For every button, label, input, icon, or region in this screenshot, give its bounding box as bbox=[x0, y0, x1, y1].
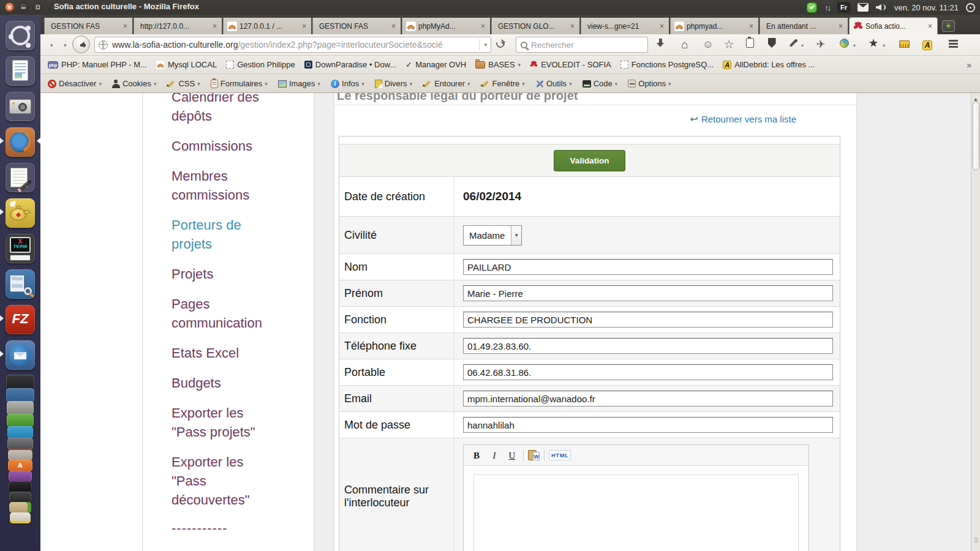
browser-scrollbar[interactable] bbox=[971, 93, 980, 551]
send-plane-addon-button[interactable]: ✈ bbox=[813, 38, 828, 51]
reload-button[interactable] bbox=[495, 38, 508, 51]
launcher-video-search-icon[interactable] bbox=[6, 269, 35, 299]
launcher-stacked-app-icon[interactable] bbox=[9, 502, 31, 513]
launcher-stacked-app-icon[interactable] bbox=[9, 481, 32, 492]
devtoolbar-infos[interactable]: iInfos▾ bbox=[331, 79, 364, 88]
bookmark-alldebrid[interactable]: AAllDebrid: Les offres ... bbox=[723, 60, 815, 69]
tab-gestion-glo[interactable]: GESTION GLO... × bbox=[491, 18, 580, 34]
toolbar-overflow-arrow-icon[interactable]: ▾ bbox=[50, 42, 53, 48]
menu-projets[interactable]: Projets bbox=[172, 264, 273, 283]
back-to-list-link[interactable]: ↩ Retourner vers ma liste bbox=[690, 113, 796, 125]
launcher-stacked-app-icon[interactable] bbox=[7, 401, 34, 415]
devtoolbar-desactiver[interactable]: Désactiver▾ bbox=[48, 79, 102, 88]
addon-spiky-dropdown-icon[interactable]: ▾ bbox=[883, 43, 885, 48]
tab-sofia-active[interactable]: Sofia actio... × bbox=[849, 17, 938, 34]
tab-127-url[interactable]: http://127.0.0... × bbox=[134, 18, 222, 34]
launcher-stacked-app-icon[interactable] bbox=[7, 426, 33, 439]
menu-budgets[interactable]: Budgets bbox=[172, 373, 273, 392]
tab-close-icon[interactable]: × bbox=[569, 22, 576, 31]
editor-italic-button[interactable]: I bbox=[488, 449, 501, 462]
bookmark-manager-ovh[interactable]: ✓Manager OVH bbox=[405, 60, 466, 69]
devtoolbar-css[interactable]: CSS▾ bbox=[167, 79, 200, 88]
toolbar-overflow-arrow-icon[interactable]: ▾ bbox=[64, 42, 67, 48]
launcher-firefox-icon[interactable] bbox=[6, 127, 35, 157]
devtoolbar-entourer[interactable]: Entourer▾ bbox=[423, 79, 470, 88]
bookmark-evoledit-sofia[interactable]: EVOLEDIT - SOFIA bbox=[530, 60, 611, 69]
bookmark-fonctions-postgresql[interactable]: Fonctions PostgreSQ... bbox=[620, 60, 714, 69]
tab-en-attendant[interactable]: En attendant ... × bbox=[760, 18, 848, 34]
validation-button[interactable]: Validation bbox=[554, 150, 626, 171]
fonction-input[interactable] bbox=[463, 312, 833, 328]
bookmark-gestion-philippe[interactable]: Gestion Philippe bbox=[226, 60, 295, 69]
menu-hamburger-button[interactable] bbox=[946, 38, 960, 51]
menu-calendrier-des-depots[interactable]: Calendrier des dépôts bbox=[172, 93, 273, 126]
launcher-stacked-app-icon[interactable] bbox=[7, 414, 34, 427]
menu-exporter-pass-projets[interactable]: Exporter les "Pass projets" bbox=[172, 403, 273, 441]
tab-close-icon[interactable]: × bbox=[390, 22, 397, 31]
tab-close-icon[interactable]: × bbox=[301, 22, 307, 31]
launcher-stacked-app-icon[interactable]: A bbox=[8, 460, 32, 471]
telephone-fixe-input[interactable] bbox=[463, 338, 833, 354]
tab-close-icon[interactable]: × bbox=[927, 22, 933, 31]
launcher-libreoffice-writer-icon[interactable] bbox=[6, 56, 35, 86]
search-box[interactable] bbox=[516, 37, 648, 53]
menu-membres-commissions[interactable]: Membres commissions bbox=[172, 167, 273, 204]
tab-phpmyadmin-local[interactable]: 127.0.0.1 / ... × bbox=[223, 18, 312, 34]
search-input[interactable] bbox=[531, 40, 629, 50]
bookmark-downparadise[interactable]: DownParadise • Dow... bbox=[304, 60, 396, 69]
nom-input[interactable] bbox=[463, 259, 833, 275]
measureit-ruler-button[interactable] bbox=[897, 38, 911, 51]
shield-addon-button[interactable] bbox=[764, 38, 779, 51]
editor-bold-button[interactable]: B bbox=[470, 449, 483, 462]
window-close-button[interactable] bbox=[5, 2, 14, 12]
devtoolbar-fenetre[interactable]: Fenêtre▾ bbox=[481, 79, 525, 88]
tab-close-icon[interactable]: × bbox=[211, 22, 218, 31]
scrollbar-up-arrow-icon[interactable] bbox=[974, 96, 978, 101]
devtoolbar-cookies[interactable]: Cookies▾ bbox=[112, 79, 157, 88]
clock[interactable]: ven. 20 nov. 11:21 bbox=[894, 3, 959, 12]
devtoolbar-formulaires[interactable]: Formulaires▾ bbox=[211, 79, 268, 88]
tab-close-icon[interactable]: × bbox=[122, 22, 129, 31]
feedback-smiley-button[interactable]: ☺ bbox=[701, 38, 715, 51]
launcher-ubuntu-dash-icon[interactable] bbox=[6, 21, 35, 50]
scrollbar-thumb[interactable] bbox=[973, 102, 979, 170]
tab-close-icon[interactable]: × bbox=[837, 22, 844, 31]
clipboard-addon-button[interactable] bbox=[742, 38, 757, 51]
launcher-stacked-app-icon[interactable] bbox=[9, 492, 31, 503]
menu-porteurs-de-projets[interactable]: Porteurs de projets bbox=[172, 216, 273, 253]
site-identity-globe-icon[interactable] bbox=[99, 40, 108, 50]
downloads-button[interactable] bbox=[653, 38, 668, 51]
mail-indicator-icon[interactable] bbox=[858, 3, 869, 12]
mot-de-passe-input[interactable] bbox=[463, 417, 833, 433]
alldebrid-toolbar-button[interactable]: A bbox=[920, 38, 935, 51]
menu-exporter-pass-decouvertes[interactable]: Exporter les "Pass découvertes" bbox=[172, 452, 273, 509]
tab-phpmyadmin[interactable]: phpMyAd... × bbox=[402, 18, 491, 34]
bookmark-folder-bases[interactable]: BASES▾ bbox=[475, 60, 521, 69]
colorzilla-globe-button[interactable] bbox=[837, 38, 851, 51]
url-bar[interactable]: www.la-sofia-action-culturelle.org/gesti… bbox=[94, 37, 491, 53]
bookmark-php-manual[interactable]: phpPHP: Manuel PHP - M... bbox=[48, 60, 147, 69]
back-button[interactable] bbox=[72, 36, 90, 53]
launcher-stacked-app-icon[interactable] bbox=[10, 512, 31, 523]
devtoolbar-divers[interactable]: Divers▾ bbox=[375, 79, 412, 88]
window-maximize-button[interactable] bbox=[33, 2, 42, 12]
network-arrows-icon[interactable]: ↑↓ bbox=[824, 3, 830, 12]
launcher-text-editor-icon[interactable] bbox=[6, 163, 35, 192]
launcher-xterm-icon[interactable]: XTERM bbox=[6, 234, 35, 263]
url-dropdown-icon[interactable]: ▾ bbox=[479, 39, 487, 50]
launcher-teapot-icon[interactable] bbox=[6, 198, 35, 228]
session-menu-icon[interactable] bbox=[966, 3, 975, 12]
editor-paste-from-word-button[interactable]: W bbox=[528, 449, 540, 462]
commentaire-textarea[interactable] bbox=[473, 474, 799, 551]
launcher-stacked-app-icon[interactable] bbox=[8, 449, 32, 461]
launcher-stacked-app-icon[interactable] bbox=[9, 471, 32, 482]
devtoolbar-code[interactable]: Code▾ bbox=[582, 79, 618, 88]
devtoolbar-images[interactable]: Images▾ bbox=[278, 79, 320, 88]
bookmark-mysql-local[interactable]: Mysql LOCAL bbox=[156, 60, 217, 69]
devtoolbar-outils[interactable]: Outils▾ bbox=[535, 79, 572, 88]
devtoolbar-options[interactable]: Options▾ bbox=[628, 79, 671, 88]
tab-gestion-fas-2[interactable]: GESTION FAS × bbox=[312, 18, 401, 34]
sound-indicator-icon[interactable] bbox=[876, 3, 887, 12]
bookmarks-overflow-chevron[interactable]: » bbox=[967, 60, 971, 70]
eyedropper-dropdown-icon[interactable]: ▾ bbox=[801, 43, 804, 48]
